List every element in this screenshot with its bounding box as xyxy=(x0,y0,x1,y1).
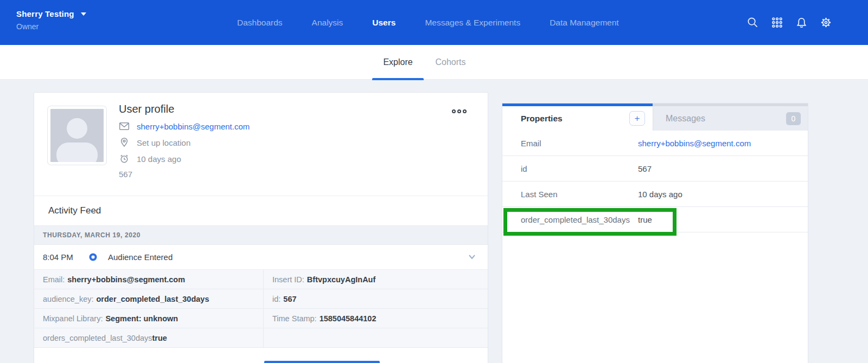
nav-item-analysis[interactable]: Analysis xyxy=(312,18,343,28)
property-value: 10 days ago xyxy=(638,190,808,199)
detail-label: id: xyxy=(272,295,280,303)
properties-panel: Properties + Messages 0 Email sherry+bob… xyxy=(502,103,808,363)
event-name: Audience Entered xyxy=(108,252,173,262)
org-role: Owner xyxy=(16,22,86,31)
profile-id: 567 xyxy=(119,170,250,179)
detail-cell: orders_completed_last_30days true xyxy=(34,328,264,347)
active-tab-underline xyxy=(372,78,424,80)
table-row: orders_completed_last_30days true xyxy=(34,328,488,348)
nav-item-users[interactable]: Users xyxy=(372,18,395,28)
property-key: Email xyxy=(502,139,638,148)
topbar-icons xyxy=(746,0,832,45)
search-icon[interactable] xyxy=(746,16,759,29)
detail-value: BftvpxcuyAgInAuf xyxy=(307,275,375,284)
detail-cell: id: 567 xyxy=(264,289,488,308)
table-row: Email: sherry+bobbins@segment.com Insert… xyxy=(34,270,488,289)
table-row-highlighted: order_completed_last_30days true xyxy=(502,207,808,232)
detail-label: orders_completed_last_30days xyxy=(43,334,152,342)
property-value-link[interactable]: sherry+bobbins@segment.com xyxy=(638,139,808,148)
detail-cell: Insert ID: BftvpxcuyAgInAuf xyxy=(264,270,488,289)
messages-count-badge: 0 xyxy=(786,112,801,125)
detail-cell: Mixpanel Library: Segment: unknown xyxy=(34,309,264,328)
properties-table: Email sherry+bobbins@segment.com id 567 … xyxy=(502,131,808,232)
top-navigation-bar: Sherry Testing Owner Dashboards Analysis… xyxy=(0,0,868,45)
profile-email-row: sherry+bobbins@segment.com xyxy=(119,121,250,132)
property-key: id xyxy=(502,164,638,173)
event-dot-icon xyxy=(89,253,97,261)
detail-label: Mixpanel Library: xyxy=(43,314,103,323)
add-property-button[interactable]: + xyxy=(629,111,645,126)
activity-date-header: THURSDAY, MARCH 19, 2020 xyxy=(34,225,488,245)
nav-item-messages-experiments[interactable]: Messages & Experiments xyxy=(425,18,520,28)
profile-location-text[interactable]: Set up location xyxy=(137,138,190,147)
profile-location-row: Set up location xyxy=(119,137,250,148)
bottom-cutoff-blue-bar xyxy=(264,361,380,363)
chevron-down-icon[interactable] xyxy=(468,254,476,260)
avatar xyxy=(48,106,106,165)
detail-value: order_completed_last_30days xyxy=(97,295,209,303)
tab-explore-label: Explore xyxy=(383,57,412,67)
more-options-icon[interactable] xyxy=(452,109,467,113)
event-time: 8:04 PM xyxy=(43,252,82,262)
detail-value: 1585045844102 xyxy=(320,314,376,323)
tab-messages[interactable]: Messages 0 xyxy=(653,103,808,131)
detail-cell: Email: sherry+bobbins@segment.com xyxy=(34,270,264,289)
tab-cohorts[interactable]: Cohorts xyxy=(430,45,471,80)
tab-explore[interactable]: Explore xyxy=(372,45,424,80)
secondary-tab-bar: Explore Cohorts xyxy=(0,45,868,80)
detail-cell: audience_key: order_completed_last_30day… xyxy=(34,289,264,308)
org-switcher[interactable]: Sherry Testing Owner xyxy=(16,9,86,31)
primary-nav: Dashboards Analysis Users Messages & Exp… xyxy=(237,0,619,45)
activity-event-row[interactable]: 8:04 PM Audience Entered xyxy=(34,245,488,270)
location-pin-icon xyxy=(119,137,130,148)
nav-item-data-management[interactable]: Data Management xyxy=(550,18,619,28)
tab-properties-label: Properties xyxy=(521,114,563,124)
property-value: true xyxy=(638,215,808,224)
activity-feed-title: Activity Feed xyxy=(48,196,101,225)
tab-cohorts-label: Cohorts xyxy=(435,57,465,67)
profile-info: User profile sherry+bobbins@segment.com … xyxy=(119,103,250,179)
table-row: audience_key: order_completed_last_30day… xyxy=(34,289,488,309)
tab-properties[interactable]: Properties + xyxy=(502,103,653,131)
tab-messages-label: Messages xyxy=(666,114,705,124)
event-detail-table: Email: sherry+bobbins@segment.com Insert… xyxy=(34,270,488,348)
clock-icon xyxy=(119,153,130,164)
apps-grid-icon[interactable] xyxy=(771,16,783,29)
org-name: Sherry Testing xyxy=(16,9,74,18)
page-title: User profile xyxy=(119,103,250,115)
detail-label: audience_key: xyxy=(43,295,94,303)
property-value: 567 xyxy=(638,164,808,173)
property-key: order_completed_last_30days xyxy=(502,215,638,224)
table-row: id 567 xyxy=(502,156,808,182)
section-divider xyxy=(34,196,488,196)
detail-value: Segment: unknown xyxy=(105,314,178,323)
envelope-icon xyxy=(119,121,130,132)
settings-gear-icon[interactable] xyxy=(820,16,832,29)
notification-bell-icon[interactable] xyxy=(795,16,808,29)
profile-last-seen-row: 10 days ago xyxy=(119,153,250,164)
property-key: Last Seen xyxy=(502,190,638,199)
caret-down-icon xyxy=(81,12,86,16)
user-profile-card: User profile sherry+bobbins@segment.com … xyxy=(34,92,488,363)
detail-value: true xyxy=(152,334,167,342)
detail-cell-empty xyxy=(264,328,488,347)
detail-label: Email: xyxy=(43,275,65,284)
profile-last-seen-text: 10 days ago xyxy=(137,154,181,164)
detail-cell: Time Stamp: 1585045844102 xyxy=(264,309,488,328)
detail-label: Time Stamp: xyxy=(272,314,317,323)
detail-value: 567 xyxy=(283,295,296,303)
table-row: Email sherry+bobbins@segment.com xyxy=(502,131,808,156)
table-row: Last Seen 10 days ago xyxy=(502,182,808,207)
activity-date-text: THURSDAY, MARCH 19, 2020 xyxy=(43,231,141,239)
detail-value: sherry+bobbins@segment.com xyxy=(67,275,185,284)
properties-tabstrip: Properties + Messages 0 xyxy=(502,103,808,131)
profile-email-link[interactable]: sherry+bobbins@segment.com xyxy=(137,122,250,131)
detail-label: Insert ID: xyxy=(272,275,304,284)
nav-item-dashboards[interactable]: Dashboards xyxy=(237,18,283,28)
table-row: Mixpanel Library: Segment: unknown Time … xyxy=(34,309,488,328)
